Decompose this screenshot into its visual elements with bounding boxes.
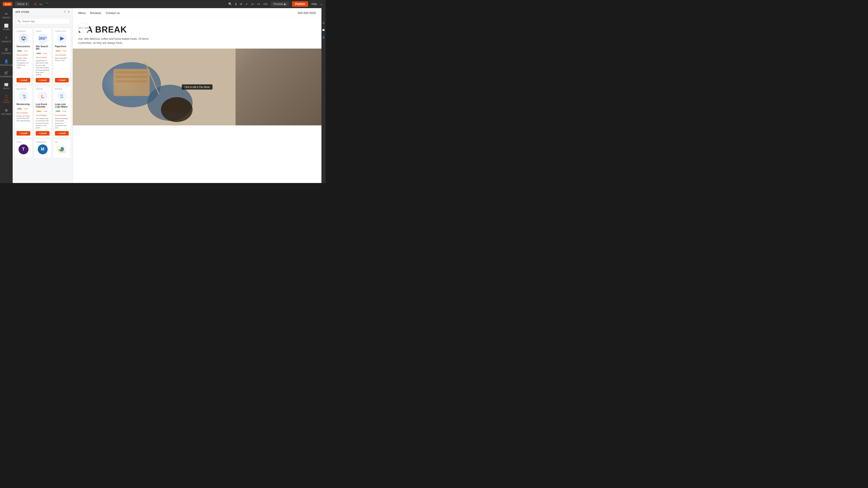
- page-selector[interactable]: Home ▾: [15, 2, 29, 6]
- install-button-usercentrics[interactable]: + Install: [17, 78, 30, 83]
- app-name: Site Search 360: [36, 45, 50, 50]
- install-button-membership[interactable]: + Install: [17, 131, 30, 135]
- app-card-usercentrics[interactable]: Compliance Usercentrics FREE Fre: [14, 28, 32, 85]
- app-desc: The fastest way to schedule and promote …: [36, 118, 50, 129]
- app-icon-niftypm: M: [38, 144, 48, 154]
- svg-text:L: L: [41, 94, 44, 99]
- nav-link-contact[interactable]: Contact us: [106, 11, 120, 15]
- mobile-icon[interactable]: 📱: [44, 2, 49, 6]
- right-sidebar-icon-3[interactable]: 👤: [322, 36, 325, 39]
- svg-point-0: [20, 35, 27, 41]
- right-sidebar-icon-2[interactable]: 💬: [322, 29, 325, 31]
- svg-point-2: [22, 37, 23, 38]
- main-layout: ✏ DESIGN ⬜ PAGES ＋ WIDGETS ☰ CONTENT 👤 P…: [0, 8, 326, 183]
- app-card-paperform[interactable]: Contact Form ▶ Paperform TRIAL Free Tria…: [53, 28, 71, 85]
- panel-header: APP STORE ? ✕: [13, 8, 72, 16]
- content-icon: ☰: [5, 47, 8, 52]
- code-icon[interactable]: </>: [263, 2, 268, 6]
- app-icon-search360: 360°: [38, 33, 48, 43]
- sidebar-item-app-store[interactable]: ⬡ APP STORE: [1, 92, 12, 105]
- app-icon-googleads: powered by: [57, 144, 67, 154]
- duda-logo[interactable]: duda: [3, 2, 12, 6]
- right-sidebar: ☰ 💬 👤: [321, 8, 326, 183]
- svg-marker-17: [61, 147, 64, 149]
- sidebar-item-personalize[interactable]: 👤 PERSONALIZE: [1, 57, 12, 68]
- expand-icon[interactable]: ⌄: [320, 2, 323, 6]
- app-card-sitesearch360[interactable]: Search 360° Site Search 360 FREE Free Pl…: [34, 28, 52, 85]
- personalize-icon: 👤: [4, 59, 8, 64]
- app-desc: Make Beautiful Forms, Fast.: [55, 57, 69, 76]
- publish-button[interactable]: Publish: [292, 1, 308, 7]
- app-card-ads[interactable]: Ads powered by: [53, 139, 71, 158]
- search-input[interactable]: [22, 20, 68, 23]
- app-badge-free: FREE: [55, 110, 61, 112]
- top-bar: duda Home ▾ 🖥 ▭ 📱 🔍 ℹ ↺ ✓ ↩ ↪ </> Previe…: [0, 0, 326, 8]
- sidebar-item-content[interactable]: ☰ CONTENT: [1, 46, 12, 57]
- app-badge-row: FREE Free Plan Available: [36, 51, 50, 59]
- app-icon-policy: T: [19, 144, 29, 154]
- app-category: Calendar: [36, 88, 50, 90]
- undo-icon[interactable]: ↩: [251, 2, 254, 6]
- info-icon[interactable]: ℹ: [235, 2, 237, 6]
- site-nav-links: Menu Reviews Contact us: [78, 11, 120, 15]
- site-hero-image[interactable]: Click to edit in Flex Mode: [73, 48, 321, 125]
- sidebar-item-label: APP STORE: [2, 99, 11, 104]
- app-name: Usercentrics: [17, 45, 30, 48]
- sidebar-item-design[interactable]: ✏ DESIGN: [1, 10, 12, 21]
- app-card-engagement[interactable]: Engagement M: [34, 139, 52, 158]
- app-desc: Cookie, Data and Privacy Compliance for …: [17, 57, 30, 76]
- install-button-paperform[interactable]: + Install: [55, 78, 69, 83]
- app-category: Contact Form: [55, 30, 69, 32]
- svg-text:360°: 360°: [39, 36, 47, 41]
- device-icons: 🖥 ▭ 📱: [34, 2, 49, 6]
- refresh-icon[interactable]: ↺: [240, 2, 242, 6]
- panel-header-icons: ? ✕: [64, 10, 70, 13]
- app-card-logocom[interactable]: Branding LO GO Logo.com Logo Maker FREE …: [53, 86, 71, 138]
- sidebar-item-blog[interactable]: 📰 BLOG: [1, 80, 12, 92]
- sidebar-item-label: PERSONALIZE: [0, 64, 13, 66]
- apps-section: Compliance Usercentrics FREE Fre: [13, 27, 72, 183]
- check-icon[interactable]: ✓: [246, 2, 248, 6]
- search-icon[interactable]: 🔍: [228, 2, 232, 6]
- install-button-logocom[interactable]: + Install: [55, 131, 69, 135]
- app-row: Policy T Engagement M Ads: [14, 139, 71, 158]
- desktop-icon[interactable]: 🖥: [34, 2, 37, 6]
- install-button-search360[interactable]: + Install: [36, 78, 50, 83]
- app-card-loxi[interactable]: Calendar L Loxi Event Calendar TRIAL Fre…: [34, 86, 52, 138]
- flex-edit-tooltip[interactable]: Click to edit in Flex Mode: [182, 85, 213, 90]
- sidebar-item-pages[interactable]: ⬜ PAGES: [1, 22, 12, 33]
- help-circle-icon[interactable]: ?: [64, 10, 66, 13]
- app-name: Membership: [17, 103, 30, 105]
- pages-icon: ⬜: [4, 24, 8, 28]
- nav-link-reviews[interactable]: Reviews: [90, 11, 101, 15]
- app-category: Ads: [55, 141, 69, 143]
- left-sidebar: ✏ DESIGN ⬜ PAGES ＋ WIDGETS ☰ CONTENT 👤 P…: [0, 8, 13, 183]
- app-card-policy[interactable]: Policy T: [14, 139, 32, 158]
- sidebar-item-widgets[interactable]: ＋ WIDGETS: [1, 33, 12, 45]
- app-badge-trial: TRIAL: [36, 110, 42, 112]
- redo-icon[interactable]: ↪: [257, 2, 260, 6]
- sidebar-item-ecommerce[interactable]: 🛒 ECOMMERCE: [1, 69, 12, 80]
- top-bar-right: 🔍 ℹ ↺ ✓ ↩ ↪ </> Preview ▶ Publish Help ⌄: [228, 1, 323, 7]
- app-badge-row: TRIAL Free Trial Available: [55, 48, 69, 57]
- help-button[interactable]: Help: [311, 2, 317, 6]
- close-panel-icon[interactable]: ✕: [68, 10, 70, 13]
- sidebar-item-settings[interactable]: ⚙ SETTINGS: [1, 106, 12, 117]
- chevron-down-icon: ▾: [26, 2, 27, 6]
- right-sidebar-icon-1[interactable]: ☰: [322, 22, 325, 24]
- site-logo: MILK CAFE: [78, 23, 89, 33]
- install-button-loxi[interactable]: + Install: [36, 131, 50, 135]
- app-category: Policy: [17, 141, 30, 143]
- settings-icon: ⚙: [5, 108, 8, 112]
- site-phone: 555-555-5555: [298, 11, 316, 15]
- svg-point-4: [23, 39, 24, 40]
- svg-text:GO: GO: [60, 96, 63, 98]
- preview-button[interactable]: Preview ▶: [271, 2, 289, 6]
- app-card-membership[interactable]: Membership ✂ Membership FREE Free Plan A…: [14, 86, 32, 138]
- panel-title: APP STORE: [16, 11, 29, 13]
- app-badge-trial: TRIAL: [55, 50, 61, 52]
- nav-link-menu[interactable]: Menu: [78, 11, 86, 15]
- app-store-panel: APP STORE ? ✕ 🔍 Compliance: [13, 8, 73, 183]
- svg-rect-27: [116, 80, 147, 83]
- tablet-icon[interactable]: ▭: [39, 2, 42, 6]
